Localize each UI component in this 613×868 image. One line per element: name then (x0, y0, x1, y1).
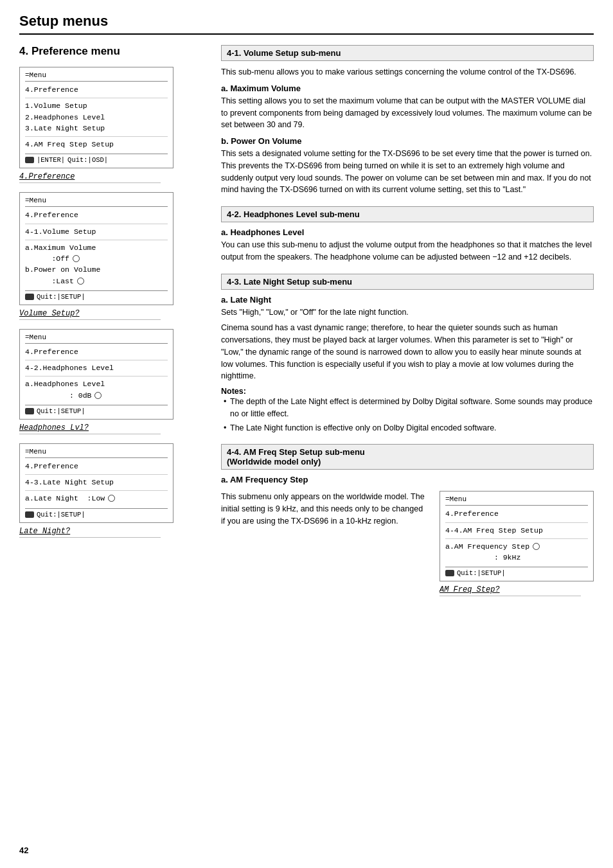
osd1-item-2: 2.Headphones Level (25, 112, 168, 123)
sub43-note1: The depth of the Late Night effect is de… (221, 396, 594, 420)
osd5-am-step: a.AM Frequency Step (445, 541, 588, 552)
subsection-42: 4-2. Headphones Level sub-menu a. Headph… (221, 206, 594, 263)
osd2-row2: 4-1.Volume Setup (25, 226, 168, 237)
page-title: Setup menus (19, 13, 594, 35)
osd3-hp-level: a.Headphones Level (25, 378, 168, 389)
osd4-quit-label: Quit:|SETUP| (37, 511, 85, 518)
osd-volume-setup: =Menu 4.Preference 4-1.Volume Setup a.Ma… (19, 192, 173, 305)
osd1-enter-label: |ENTER| (37, 156, 65, 164)
osd4-late: a.Late Night :Low (25, 493, 168, 504)
osd2-circle (73, 255, 80, 262)
osd5-box: =Menu 4.Preference 4-4.AM Freq Step Setu… (440, 491, 594, 581)
subsection-44-title-main: 4-4. AM Freq Step Setup sub-menu (227, 447, 365, 457)
sub43-a-heading: a. Late Night (221, 295, 594, 305)
osd3-hp-val: : 0dB (25, 390, 168, 401)
osd3-items: a.Headphones Level : 0dB (25, 376, 168, 401)
right-column: 4-1. Volume Setup sub-menu This sub-menu… (221, 45, 594, 616)
sub41-a-heading: a. Maximum Volume (221, 84, 594, 93)
sub43-a-text: Sets "High," "Low," or "Off" for the lat… (221, 306, 594, 319)
subsection-44-title: 4-4. AM Freq Step Setup sub-menu (Worldw… (221, 444, 594, 470)
osd4-items: a.Late Night :Low (25, 490, 168, 504)
osd4-row1: 4.Preference (25, 461, 168, 472)
osd2-pow-val: :Last (25, 276, 168, 287)
osd2-menubar: =Menu (25, 197, 168, 207)
osd1-caption: 4.Preference (19, 172, 161, 183)
osd3-quit-label: Quit:|SETUP| (37, 407, 85, 415)
osd2-pow-vol: b.Power on Volume (25, 264, 168, 275)
osd3-section: 4-2.Headphones Level (25, 360, 168, 373)
sub41-b-text: This sets a designated volume setting fo… (221, 148, 594, 196)
osd2-items: a.Maximum Volume :Off b.Power on Volume … (25, 240, 168, 287)
osd3-caption: Headphones Lvl? (19, 423, 161, 434)
osd1-quit-label: Quit:|OSD| (67, 156, 108, 164)
sub42-a-heading: a. Headphones Level (221, 227, 594, 237)
osd2-caption: Volume Setup? (19, 309, 161, 320)
sub43-detail: Cinema sound has a vast dynamic range; t… (221, 322, 594, 382)
osd1-controls: |ENTER| Quit:|OSD| (25, 154, 168, 164)
osd3-menubar: =Menu (25, 333, 168, 344)
sub41-a-text: This setting allows you to set the maxim… (221, 95, 594, 131)
osd4-controls: Quit:|SETUP| (25, 508, 168, 518)
osd1-row1: 4.Preference (25, 84, 168, 95)
osd1-btn-icon (25, 157, 34, 163)
osd5-caption: AM Freq Step? (440, 585, 581, 596)
osd4-section: 4-3.Late Night Setup (25, 474, 168, 488)
osd2-controls: Quit:|SETUP| (25, 290, 168, 301)
osd2-btn-icon (25, 294, 34, 300)
osd3-controls: Quit:|SETUP| (25, 405, 168, 415)
osd2-max-vol: a.Maximum Volume (25, 242, 168, 253)
osd5-circle (533, 543, 540, 550)
osd1-items: 1.Volume Setup 2.Headphones Level 3.Late… (25, 98, 168, 134)
osd2-max-val: :Off (25, 253, 168, 264)
osd2-quit-label: Quit:|SETUP| (37, 293, 85, 301)
osd5-row1: 4.Preference (445, 508, 588, 519)
subsection-41: 4-1. Volume Setup sub-menu This sub-menu… (221, 45, 594, 196)
osd1-menubar: =Menu (25, 71, 168, 82)
osd-preference-main: =Menu 4.Preference 1.Volume Setup 2.Head… (19, 67, 173, 168)
osd-am-freq: =Menu 4.Preference 4-4.AM Freq Step Setu… (440, 491, 594, 605)
sub44-a-heading: a. AM Frequency Step (221, 475, 594, 484)
osd5-items: a.AM Frequency Step : 9kHz (445, 538, 588, 563)
osd4-caption: Late Night? (19, 527, 161, 538)
section-heading: 4. Preference menu (19, 45, 206, 58)
osd5-controls: Quit:|SETUP| (445, 567, 588, 577)
sub41-intro: This sub-menu allows you to make various… (221, 66, 594, 78)
sub44-a-text: This submenu only appears on the worldwi… (221, 491, 427, 601)
subsection-42-title: 4-2. Headphones Level sub-menu (221, 206, 594, 222)
osd5-btn-icon (445, 570, 454, 576)
sub41-b-heading: b. Power On Volume (221, 136, 594, 146)
osd-late-night: =Menu 4.Preference 4-3.Late Night Setup … (19, 443, 173, 523)
subsection-43-title: 4-3. Late Night Setup sub-menu (221, 274, 594, 290)
osd1-item-4: 4.AM Freq Step Setup (25, 136, 168, 150)
bottom-section: This submenu only appears on the worldwi… (221, 491, 594, 605)
page-number: 42 (19, 846, 28, 855)
sub42-a-text: You can use this sub-menu to adjust the … (221, 239, 594, 263)
osd2-section: 4-1.Volume Setup (25, 224, 168, 237)
osd1-item-3: 3.Late Night Setup (25, 123, 168, 134)
left-column: 4. Preference menu =Menu 4.Preference 1.… (19, 45, 206, 616)
subsection-43: 4-3. Late Night Setup sub-menu a. Late N… (221, 274, 594, 434)
osd5-section: 4-4.AM Freq Step Setup (445, 522, 588, 536)
osd5-quit-label: Quit:|SETUP| (457, 569, 506, 577)
osd3-row1: 4.Preference (25, 346, 168, 357)
osd5-menubar: =Menu (445, 495, 588, 506)
subsection-41-title: 4-1. Volume Setup sub-menu (221, 45, 594, 61)
sub43-note2: The Late Night function is effective onl… (221, 422, 594, 434)
osd2-circle2 (77, 278, 84, 285)
osd4-btn-icon (25, 511, 34, 518)
osd-headphones: =Menu 4.Preference 4-2.Headphones Level … (19, 329, 173, 420)
osd5-row2: 4-4.AM Freq Step Setup (445, 525, 588, 536)
osd4-row2: 4-3.Late Night Setup (25, 477, 168, 488)
osd4-menubar: =Menu (25, 448, 168, 458)
osd2-row1: 4.Preference (25, 209, 168, 220)
subsection-44: 4-4. AM Freq Step Setup sub-menu (Worldw… (221, 444, 594, 605)
sub43-notes-label: Notes: (221, 387, 246, 396)
osd3-btn-icon (25, 408, 34, 414)
osd1-item-1: 1.Volume Setup (25, 100, 168, 111)
osd4-circle (108, 495, 115, 502)
osd3-circle (94, 392, 102, 399)
osd5-am-val: : 9kHz (445, 552, 588, 563)
osd3-row2: 4-2.Headphones Level (25, 362, 168, 373)
subsection-44-title-sub: (Worldwide model only) (227, 457, 321, 466)
